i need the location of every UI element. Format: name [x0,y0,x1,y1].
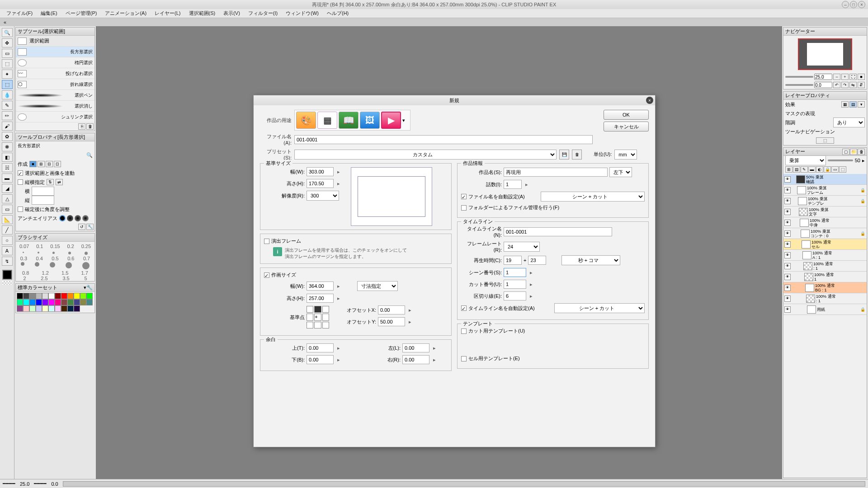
menu-layer[interactable]: レイヤー(L) [151,9,184,18]
layer-row[interactable]: 👁100% 乗算テンプレ🔒 [783,196,867,206]
lbtn[interactable]: 🔒 [824,166,831,173]
tool-gradient-icon[interactable]: ◢ [2,184,13,193]
color-swatch[interactable] [36,299,42,305]
bs[interactable]: 0.25 [81,244,91,249]
lock-icon[interactable]: 🔒 [860,307,866,312]
color-swatch[interactable] [55,299,61,305]
arrow-icon[interactable]: ▸ [335,345,342,351]
direction-check[interactable] [264,239,269,244]
scene-input[interactable] [504,268,526,277]
color-swatch[interactable] [61,299,67,305]
lbtn[interactable]: ◐ [816,166,823,173]
tool-balloon-icon[interactable]: ○ [2,236,13,245]
bs[interactable]: 0.15 [50,244,60,249]
tool-correct-icon[interactable]: ↯ [2,257,13,266]
visibility-icon[interactable]: 👁 [784,252,791,258]
menu-help[interactable]: ヘルプ(H) [323,9,352,18]
autoname-check[interactable]: ✓ [461,305,467,311]
border-icon[interactable]: ▦ [841,101,849,108]
wrench-icon[interactable]: 🔧 [86,224,94,230]
arrow-icon[interactable]: ▸ [431,357,438,363]
maximize-icon[interactable]: □ [850,1,857,8]
lbtn[interactable]: ▭ [831,166,839,173]
mode-add-icon[interactable]: ⊞ [38,161,45,167]
w-input[interactable] [32,187,54,196]
blend-select[interactable]: 乗算 [785,155,826,165]
zoom-slider[interactable] [785,76,813,78]
tool-shape-icon[interactable]: △ [2,194,13,203]
margin-b-input[interactable] [307,355,334,364]
workname-input[interactable] [504,168,608,177]
lbtn[interactable]: ▬ [808,166,816,173]
wh-check[interactable] [18,179,23,185]
cut-template-check[interactable] [461,328,467,334]
visibility-icon[interactable]: 👁 [784,230,791,237]
search-icon[interactable]: 🔍 [86,152,93,158]
color-swatch[interactable] [67,293,74,299]
nav-thumbnail[interactable] [798,38,852,70]
color-swatch[interactable] [48,293,55,299]
arrow-icon[interactable]: ▸ [407,319,413,325]
purpose-anim-icon[interactable]: ▶ [381,112,401,129]
angle-slider[interactable] [785,84,813,86]
resolution-select[interactable]: 300 [307,191,339,201]
color-swatch[interactable] [55,305,61,312]
layer-row[interactable]: 👁100% 通常BG : 1 [783,282,867,293]
visibility-icon[interactable]: 👁 [784,187,791,193]
margin-l-input[interactable] [402,343,429,352]
tool-brush-icon[interactable]: 🖌 [2,122,13,131]
tool-eyedrop-icon[interactable]: 💧 [2,90,13,99]
lock-icon[interactable]: 🔒 [860,231,866,236]
zoom-input[interactable] [814,74,832,80]
mode-sub-icon[interactable]: ⊟ [46,161,53,167]
color-swatch[interactable] [48,305,55,312]
drawsize-check[interactable]: ✓ [264,272,269,278]
arrow-icon[interactable]: ▸ [335,181,342,187]
lbtn[interactable]: ⊞ [785,166,793,173]
reset-icon[interactable]: ↺ [78,224,85,230]
transparent-color[interactable] [2,281,12,285]
color-swatch[interactable] [23,305,29,312]
tool-ruler-icon[interactable]: 📐 [2,215,13,224]
arrow-icon[interactable]: ▸ [335,169,342,175]
visibility-icon[interactable]: 👁 [784,198,791,204]
offset-x-input[interactable] [378,305,405,314]
mode-inter-icon[interactable]: ⊡ [54,161,61,167]
purpose-illust-icon[interactable]: 🎨 [296,112,316,129]
arrow-icon[interactable]: ▸ [528,270,534,276]
tool-select-icon[interactable]: ⬚ [2,80,13,89]
menu-filter[interactable]: フィルター(I) [245,9,281,18]
layer-row[interactable]: 👁100% 通常A : 1 [783,250,867,261]
tool-airbrush-icon[interactable]: ✿ [2,132,13,141]
tool-wand-icon[interactable]: ✦ [2,70,13,79]
tool-text-icon[interactable]: A [2,246,13,255]
tool-deco-icon[interactable]: ❋ [2,142,13,151]
h-input[interactable] [32,196,54,205]
angle-input[interactable] [814,82,832,88]
tool-line-icon[interactable]: ╱ [2,225,13,235]
menu-file[interactable]: ファイル(F) [3,9,36,18]
margin-r-input[interactable] [402,355,429,364]
bs[interactable]: 0.6 [67,256,74,261]
aa-mid-icon[interactable] [75,215,81,221]
draw-h-input[interactable] [307,294,334,303]
preset-save-icon[interactable]: 💾 [559,150,569,160]
color-swatch[interactable] [17,305,23,312]
opacity-slider[interactable] [828,160,853,161]
arrow-icon[interactable]: ▸ [335,357,342,363]
mode-new-icon[interactable]: ■ [29,161,37,167]
subtool-item[interactable]: 選択ペン [16,90,94,101]
cut-input[interactable] [504,280,526,289]
fps-select[interactable]: 24 [504,242,540,252]
foreground-color[interactable] [2,270,12,280]
color-swatch[interactable] [23,299,29,305]
rotate-ccw-icon[interactable]: ↶ [833,82,840,88]
bs[interactable]: 1.5 [61,270,68,276]
bs[interactable]: 2 [23,276,26,281]
dim-select[interactable]: 寸法指定 [357,281,398,291]
layer-row[interactable]: 👁50% 乗算確認 [783,174,867,185]
arrow-icon[interactable]: ▸ [407,307,413,313]
flip-v-icon[interactable]: ⇵ [858,82,865,88]
bs[interactable]: 2.5 [41,276,47,281]
lock-icon[interactable]: 🔒 [860,188,866,192]
